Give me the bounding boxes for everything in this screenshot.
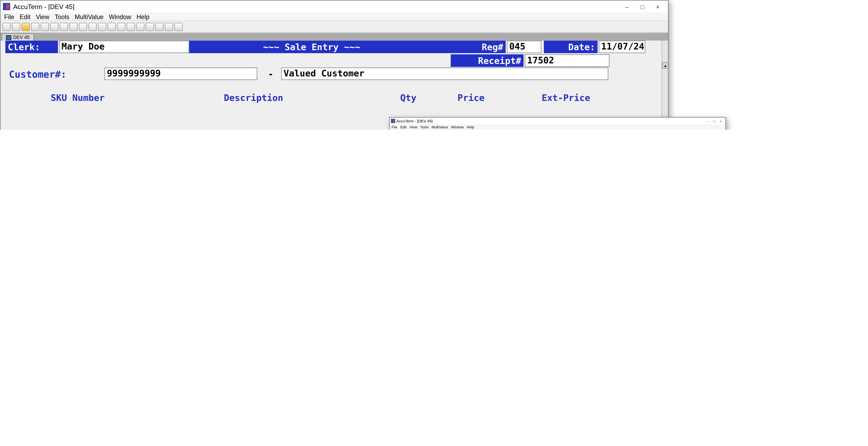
select-all-icon[interactable] — [69, 22, 78, 31]
download-icon[interactable] — [88, 22, 97, 31]
window-special-pricing: AccuTerm - [DEV 45] – □ × FileEditViewTo… — [389, 117, 726, 130]
menu-bar: FileEditViewToolsMultiValueWindowHelp — [1, 12, 668, 21]
window-title: AccuTerm - [DEV 45] — [13, 3, 616, 10]
run-script-icon[interactable] — [117, 22, 125, 31]
receipt-label: Receipt# — [451, 54, 524, 67]
titlebar[interactable]: AccuTerm - [DEV 45] – □ × — [1, 1, 668, 12]
menu-bar: FileEditViewToolsMultiValueWindowHelp — [390, 124, 725, 130]
accuterm-app-icon — [391, 119, 395, 123]
help-icon[interactable] — [174, 22, 183, 31]
clerk-input[interactable]: Mary Doe — [59, 41, 189, 53]
menu-item[interactable]: Window — [109, 13, 131, 20]
minimize-button[interactable]: – — [705, 119, 711, 123]
menu-item[interactable]: View — [409, 125, 417, 129]
receipt-input[interactable]: 17502 — [525, 54, 610, 67]
menu-item[interactable]: Tools — [55, 13, 69, 20]
menu-item[interactable]: File — [392, 125, 397, 129]
window-title: AccuTerm - [DEV 45] — [396, 119, 703, 123]
toolbar — [1, 21, 668, 33]
menu-item[interactable]: View — [36, 13, 49, 20]
menu-item[interactable]: Edit — [400, 125, 407, 129]
col-header-sku: SKU Number — [51, 93, 105, 103]
menu-item[interactable]: Window — [451, 125, 464, 129]
customer-label: Customer#: — [9, 68, 66, 80]
print-preview-icon[interactable] — [41, 22, 49, 31]
sale-entry-peek-layer: Whs Sub — [0, 0, 23, 45]
session-tab-strip: DEV 45 — [1, 33, 668, 41]
maximize-button[interactable]: □ — [711, 119, 718, 123]
menu-item[interactable]: MultiValue — [75, 13, 103, 20]
desktop: AccuTerm - [DEV 45] – □ × FileEditViewTo… — [0, 0, 868, 130]
date-label: Date: — [544, 41, 597, 53]
window-controls: – □ × — [705, 119, 724, 123]
window-controls: – □ × — [619, 2, 665, 11]
col-header-price: Price — [428, 93, 514, 103]
col-header-ext-price: Ext-Price — [522, 93, 610, 103]
menu-item[interactable]: Tools — [420, 125, 429, 129]
minimize-button[interactable]: – — [619, 2, 634, 11]
print-icon[interactable] — [31, 22, 39, 31]
terminal-scrollbar[interactable]: ▲ ▼ — [661, 41, 668, 130]
close-button[interactable]: × — [650, 2, 665, 11]
col-header-qty: Qty — [391, 93, 426, 103]
panel-icon[interactable] — [146, 22, 154, 31]
disconnect-icon[interactable] — [155, 22, 163, 31]
settings-gear-icon[interactable] — [127, 22, 135, 31]
customer-number-input[interactable]: 9999999999 — [104, 67, 257, 80]
register-input[interactable]: 045 — [507, 41, 541, 53]
break-icon[interactable] — [165, 22, 173, 31]
titlebar[interactable]: AccuTerm - [DEV 45] – □ × — [390, 118, 725, 124]
screen-title: ~~~ Sale Entry ~~~ — [189, 41, 434, 53]
paste-icon[interactable] — [60, 22, 68, 31]
upload-icon[interactable] — [79, 22, 87, 31]
scroll-up-arrow[interactable]: ▲ — [662, 62, 668, 69]
close-button[interactable]: × — [717, 119, 724, 123]
keyboard-map-icon[interactable] — [136, 22, 145, 31]
capture-icon[interactable] — [107, 22, 116, 31]
window-sale-entry: AccuTerm - [DEV 45] – □ × FileEditViewTo… — [0, 0, 669, 130]
sale-entry-screen: Clerk: Mary Doe ~~~ Sale Entry ~~~ Reg# … — [1, 41, 668, 130]
separator: - — [268, 68, 273, 79]
copy-icon[interactable] — [50, 22, 59, 31]
col-header-description: Description — [224, 93, 283, 103]
maximize-button[interactable]: □ — [634, 2, 650, 11]
register-label: Reg# — [434, 41, 506, 53]
menu-item[interactable]: Help — [467, 125, 474, 129]
menu-item[interactable]: Help — [136, 13, 150, 20]
ftp-transfer-icon[interactable] — [98, 22, 106, 31]
menu-item[interactable]: MultiValue — [432, 125, 448, 129]
customer-name-input[interactable]: Valued Customer — [281, 67, 608, 80]
date-input[interactable]: 11/07/24 — [599, 41, 645, 53]
